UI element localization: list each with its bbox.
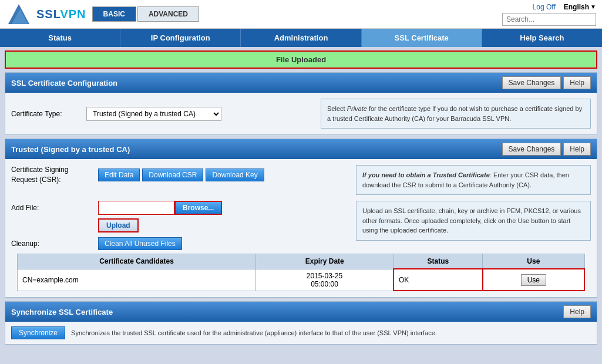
- cert-table-container: Certificate Candidates Expiry Date Statu…: [17, 254, 585, 291]
- trusted-ca-title: Trusted (Signed by a trusted CA): [11, 145, 130, 154]
- ssl-config-title: SSL Certificate Configuration: [11, 79, 117, 87]
- nav-item-status[interactable]: Status: [0, 29, 120, 47]
- language-label: English: [564, 3, 589, 11]
- header-right: Log Off English ▼: [502, 3, 596, 26]
- header-actions: Log Off English ▼: [533, 3, 596, 11]
- logo-text: SSLVPN: [36, 8, 86, 21]
- logo: SSLVPN: [6, 2, 86, 26]
- use-btn[interactable]: Use: [521, 274, 546, 286]
- sync-description: Synchronizes the trusted SSL certificate…: [71, 329, 437, 336]
- sync-panel: Synchronize SSL Certificate Help Synchro…: [5, 301, 597, 345]
- clean-btn[interactable]: Clean All Unused Files: [98, 237, 182, 250]
- nav-tabs-top: BASIC ADVANCED: [92, 6, 199, 22]
- file-input-display: [98, 201, 174, 215]
- csr-row: Certificate Signing Request (CSR): Edit …: [11, 165, 591, 195]
- ssl-config-header-btns: Save Changes Help: [502, 76, 591, 89]
- upload-info: Upload an SSL certificate, chain, key or…: [356, 201, 591, 241]
- ssl-config-header: SSL Certificate Configuration Save Chang…: [5, 73, 597, 93]
- synchronize-btn[interactable]: Synchronize: [11, 326, 65, 339]
- cell-status: OK: [394, 269, 483, 291]
- search-input[interactable]: [502, 13, 596, 26]
- expiry-line1: 2015-03-25: [261, 272, 388, 280]
- cell-use: Use: [483, 269, 584, 291]
- chevron-down-icon: ▼: [590, 4, 596, 10]
- alert-bar: File Uploaded: [5, 50, 597, 69]
- cert-type-select[interactable]: Trusted (Signed by a trusted CA)Private: [86, 107, 221, 121]
- col-expiry: Expiry Date: [255, 254, 394, 269]
- trusted-ca-save-btn[interactable]: Save Changes: [502, 143, 561, 156]
- col-use: Use: [483, 254, 584, 269]
- ssl-config-save-btn[interactable]: Save Changes: [502, 76, 561, 89]
- ssl-config-info: Select Private for the certificate type …: [321, 99, 591, 129]
- add-file-row: Add File: Browse... Upload Cleanup: Clea…: [11, 201, 591, 250]
- expiry-line2: 05:00:00: [261, 280, 388, 288]
- cleanup-row: Cleanup: Clean All Unused Files: [11, 237, 351, 250]
- trusted-ca-header-btns: Save Changes Help: [502, 143, 591, 156]
- nav-item-ip-config[interactable]: IP Configuration: [120, 29, 241, 47]
- language-selector[interactable]: English ▼: [564, 3, 596, 11]
- trusted-ca-panel: Trusted (Signed by a trusted CA) Save Ch…: [5, 139, 597, 298]
- browse-btn[interactable]: Browse...: [174, 201, 222, 215]
- cell-expiry: 2015-03-25 05:00:00: [255, 269, 394, 291]
- content-area: File Uploaded SSL Certificate Configurat…: [0, 47, 602, 352]
- sync-header-btns: Help: [563, 305, 591, 318]
- csr-info: If you need to obtain a Trusted Certific…: [356, 165, 591, 195]
- trusted-ca-body: Certificate Signing Request (CSR): Edit …: [5, 159, 597, 297]
- trusted-ca-help-btn[interactable]: Help: [563, 143, 591, 156]
- sync-header: Synchronize SSL Certificate Help: [5, 302, 597, 322]
- cell-name: CN=example.com: [18, 269, 256, 291]
- sync-title: Synchronize SSL Certificate: [11, 308, 113, 316]
- nav-item-ssl-certificate[interactable]: SSL Certificate: [362, 29, 482, 47]
- download-csr-btn[interactable]: Download CSR: [142, 168, 203, 181]
- ssl-config-panel: SSL Certificate Configuration Save Chang…: [5, 72, 597, 135]
- add-file-left: Add File: Browse... Upload Cleanup: Clea…: [11, 201, 351, 250]
- sync-help-btn[interactable]: Help: [563, 305, 591, 318]
- add-file-label: Add File:: [11, 204, 93, 212]
- upload-btn[interactable]: Upload: [98, 218, 139, 232]
- cert-type-label: Certificate Type:: [11, 110, 82, 118]
- tab-basic[interactable]: BASIC: [92, 6, 136, 22]
- csr-left: Certificate Signing Request (CSR): Edit …: [11, 165, 351, 185]
- csr-label: Certificate Signing Request (CSR):: [11, 165, 93, 185]
- log-off-link[interactable]: Log Off: [533, 3, 556, 11]
- ssl-config-help-btn[interactable]: Help: [563, 76, 591, 89]
- table-row: CN=example.com 2015-03-25 05:00:00 OK Us…: [18, 269, 585, 291]
- cert-table: Certificate Candidates Expiry Date Statu…: [17, 254, 585, 291]
- main-nav: Status IP Configuration Administration S…: [0, 29, 602, 47]
- nav-item-administration[interactable]: Administration: [241, 29, 361, 47]
- tab-advanced[interactable]: ADVANCED: [137, 6, 199, 22]
- edit-data-btn[interactable]: Edit Data: [98, 168, 140, 181]
- download-key-btn[interactable]: Download Key: [206, 168, 264, 181]
- logo-icon: [6, 2, 34, 26]
- cert-type-row: Certificate Type: Trusted (Signed by a t…: [11, 107, 311, 121]
- csr-buttons: Edit Data Download CSR Download Key: [98, 168, 264, 181]
- col-candidates: Certificate Candidates: [18, 254, 256, 269]
- ssl-config-body: Certificate Type: Trusted (Signed by a t…: [5, 93, 597, 134]
- header: SSLVPN BASIC ADVANCED Log Off English ▼: [0, 0, 602, 29]
- cleanup-label: Cleanup:: [11, 240, 93, 248]
- browse-container: Browse...: [98, 201, 222, 215]
- col-status: Status: [394, 254, 483, 269]
- nav-item-help-search[interactable]: Help Search: [482, 29, 602, 47]
- trusted-ca-header: Trusted (Signed by a trusted CA) Save Ch…: [5, 139, 597, 159]
- sync-body: Synchronize Synchronizes the trusted SSL…: [5, 322, 597, 344]
